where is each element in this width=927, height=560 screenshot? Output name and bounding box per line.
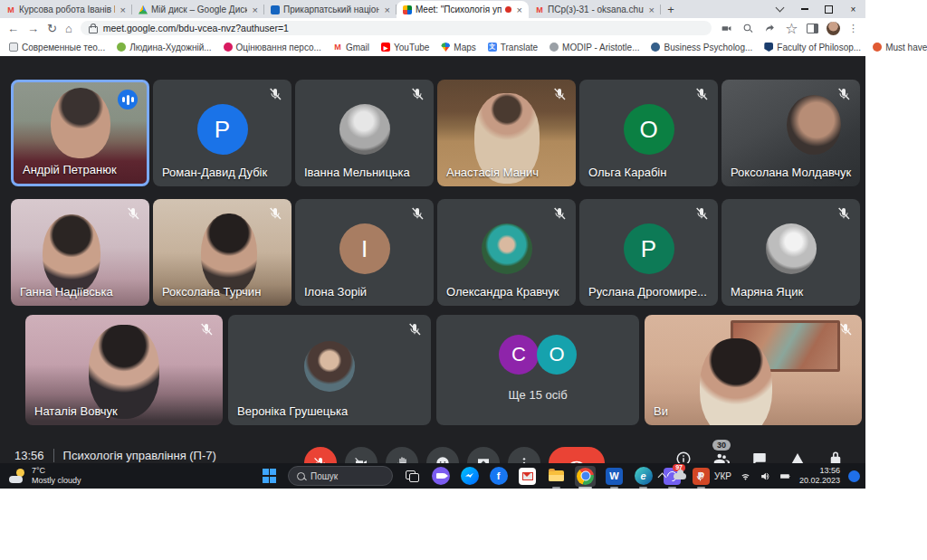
participant-tile[interactable]: Маряна Яцик (722, 199, 860, 306)
participant-tile[interactable]: Вероніка Грушецька (228, 315, 431, 425)
mic-off-icon (407, 322, 422, 337)
participant-tile[interactable]: O Ольга Карабін (579, 80, 718, 186)
bookmark-item-gmail[interactable]: MGmail (333, 43, 369, 52)
messenger-button[interactable] (459, 466, 480, 487)
bookmark-item[interactable]: Business Psycholog... (651, 43, 752, 52)
tab-search-icon[interactable] (768, 0, 792, 18)
chrome-button[interactable] (575, 466, 596, 487)
participant-tile[interactable]: Анастасія Манич (437, 80, 576, 186)
bookmark-item-youtube[interactable]: ▶YouTube (381, 43, 429, 52)
self-view-tile[interactable]: Ви (645, 315, 862, 425)
tab-coursework[interactable]: M Курсова робота Іванів ПСз-31 × (0, 1, 132, 18)
messenger-icon (461, 467, 479, 485)
taskbar-search[interactable]: Пошук (288, 466, 393, 486)
zoom-level-icon[interactable] (741, 22, 755, 35)
participant-tile[interactable]: Ганна Надіївська (11, 199, 149, 306)
edge-button[interactable]: e (633, 466, 654, 487)
participant-tile[interactable]: Роксолана Турчин (153, 199, 291, 306)
leave-call-button[interactable] (549, 447, 605, 463)
bookmark-item[interactable]: Людина-Художній... (117, 43, 211, 52)
host-controls-button[interactable] (826, 449, 846, 463)
browser-menu-icon[interactable]: ⋮ (848, 23, 858, 34)
facebook-button[interactable]: f (488, 466, 509, 487)
tab-close-icon[interactable]: × (119, 5, 126, 15)
microphone-tray-icon[interactable] (694, 470, 706, 482)
clock[interactable]: 13:56 20.02.2023 (799, 466, 840, 487)
tab-close-icon[interactable]: × (383, 5, 390, 15)
activities-button[interactable] (788, 449, 808, 463)
close-window-button[interactable]: × (841, 0, 865, 18)
task-view-button[interactable] (401, 466, 422, 487)
bookmark-item[interactable]: Must have, Must re... (873, 43, 927, 52)
tab-close-icon[interactable]: × (251, 5, 258, 15)
back-icon[interactable]: ← (7, 23, 19, 34)
bookmark-label: Оцінювання персо... (236, 43, 321, 52)
search-label: Пошук (311, 471, 338, 481)
bookmark-label: YouTube (394, 43, 429, 52)
tab-close-icon[interactable]: × (515, 5, 522, 15)
people-panel-button[interactable]: 30 (712, 449, 731, 463)
word-button[interactable]: W (604, 466, 625, 487)
tab-meet-active[interactable]: Meet: "Психологія управлі × (397, 1, 529, 18)
language-indicator[interactable]: УКР (714, 471, 731, 481)
forward-icon[interactable]: → (27, 23, 39, 34)
share-icon[interactable] (763, 22, 777, 35)
new-tab-button[interactable]: + (661, 1, 681, 18)
battery-icon[interactable] (779, 470, 791, 482)
tab-drive[interactable]: Мій диск – Google Диск × (132, 1, 264, 18)
mail-button[interactable] (517, 466, 538, 487)
home-icon[interactable]: ⌂ (65, 23, 72, 34)
file-explorer-button[interactable] (546, 466, 567, 487)
participant-tile[interactable]: P Роман-Давид Дубік (153, 80, 291, 186)
start-button[interactable] (259, 466, 280, 487)
minimize-button[interactable] (792, 0, 817, 18)
video-app-button[interactable] (430, 466, 451, 487)
participant-tile[interactable]: Андрій Петранюк (11, 80, 149, 186)
youtube-favicon-icon: ▶ (381, 43, 390, 52)
site-favicon-icon (224, 43, 233, 52)
weather-widget[interactable]: 7°C Mostly cloudy (9, 466, 81, 486)
camera-toggle-button[interactable] (345, 447, 377, 463)
participant-tile[interactable]: Наталія Вовчук (25, 315, 223, 425)
onedrive-icon[interactable] (674, 473, 686, 479)
speaker-icon[interactable] (760, 470, 771, 482)
bookmark-item-maps[interactable]: Maps (441, 43, 475, 52)
participant-name: Анастасія Манич (446, 166, 539, 179)
raise-hand-button[interactable] (386, 447, 418, 463)
address-bar[interactable]: meet.google.com/bdu-vcea-nvz?authuser=1 (81, 21, 712, 35)
reload-icon[interactable]: ↻ (47, 23, 57, 34)
bookmark-star-icon[interactable]: ☆ (785, 22, 798, 35)
system-tray: УКР 13:56 20.02.2023 (659, 463, 860, 489)
facebook-icon: f (490, 467, 508, 485)
notification-badge[interactable] (848, 470, 860, 482)
more-options-button[interactable] (508, 447, 540, 463)
lock-icon[interactable] (89, 26, 98, 33)
bookmark-item[interactable]: Современные тео... (9, 43, 105, 52)
participant-tile[interactable]: Роксолана Молдавчук (722, 80, 860, 186)
tab-close-icon[interactable]: × (647, 5, 655, 15)
avatar (766, 223, 817, 274)
chat-panel-button[interactable] (750, 449, 769, 463)
tray-overflow-icon[interactable] (658, 473, 667, 482)
participant-tile[interactable]: P Руслана Дрогомире... (579, 199, 718, 306)
profile-avatar[interactable] (827, 22, 840, 35)
tab-gmail[interactable]: M ПСр(з)-31 - oksana.chuyk@gma × (529, 1, 661, 18)
participant-tile[interactable]: I Ілона Зорій (295, 199, 434, 306)
reactions-button[interactable] (426, 447, 459, 463)
bookmark-item[interactable]: Оцінювання персо... (224, 43, 321, 52)
participant-tile[interactable]: Іванна Мельницька (295, 80, 434, 186)
tab-university[interactable]: Прикарпатський національний × (264, 1, 397, 18)
bookmark-item[interactable]: MODIP - Aristotle... (550, 43, 639, 52)
meeting-details-button[interactable] (674, 449, 693, 463)
wifi-icon[interactable] (740, 470, 751, 482)
mic-toggle-button[interactable] (304, 447, 337, 463)
maximize-button[interactable] (817, 0, 841, 18)
present-screen-button[interactable] (467, 447, 500, 463)
camera-in-use-icon[interactable] (720, 22, 733, 35)
side-panel-icon[interactable] (807, 24, 818, 33)
more-participants-tile[interactable]: C O Ще 15 осіб (436, 315, 639, 425)
participant-tile[interactable]: Олександра Кравчук (437, 199, 576, 306)
mic-off-icon (836, 87, 851, 101)
bookmark-item[interactable]: Faculty of Philosop... (764, 43, 861, 52)
bookmark-item-translate[interactable]: 文Translate (488, 43, 538, 52)
